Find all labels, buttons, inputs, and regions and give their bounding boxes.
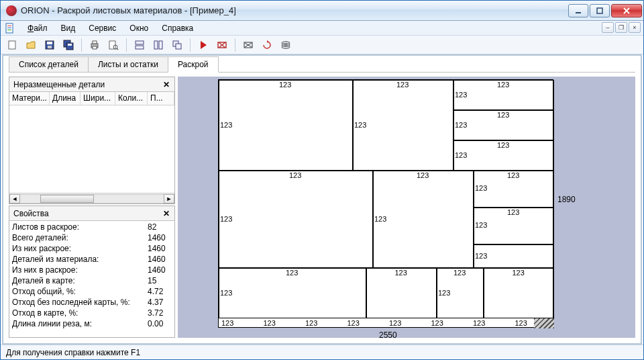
tab-strip: Список деталей Листы и остатки Раскрой <box>3 56 641 72</box>
svg-rect-26 <box>176 44 181 49</box>
col-material[interactable]: Матери... <box>9 92 50 105</box>
cascade-icon[interactable] <box>170 38 184 52</box>
client-area: Список деталей Листы и остатки Раскрой Н… <box>2 54 642 345</box>
tab-cutting[interactable]: Раскрой <box>168 56 219 73</box>
window-title: ORION - Раскрой листовых материалов - [П… <box>21 5 236 15</box>
piece-label-left: 123 <box>220 121 232 129</box>
layers-icon[interactable] <box>278 38 293 52</box>
scroll-thumb[interactable] <box>40 195 94 203</box>
app-window: ORION - Раскрой листовых материалов - [П… <box>0 0 644 360</box>
drawing-area[interactable]: 1231231231231231231231231231231231231231… <box>178 77 635 338</box>
piece-label-left: 123 <box>455 121 467 129</box>
scroll-track[interactable] <box>20 194 164 204</box>
refresh-icon[interactable] <box>260 38 274 52</box>
piece-label-top: 123 <box>497 111 509 119</box>
preview-icon[interactable] <box>106 38 121 52</box>
svg-line-20 <box>117 48 118 50</box>
piece-label-left: 123 <box>455 151 467 159</box>
svg-rect-11 <box>48 46 52 48</box>
svg-rect-5 <box>7 26 11 26</box>
scroll-right-icon[interactable]: ► <box>164 194 174 204</box>
rect-x-icon[interactable] <box>241 38 256 52</box>
prop-value: 0.00 <box>148 319 172 328</box>
svg-marker-27 <box>201 41 207 49</box>
panel-properties-close-icon[interactable]: ✕ <box>161 209 172 218</box>
piece-label-top: 123 <box>507 171 519 179</box>
piece-label-left: 123 <box>220 215 232 223</box>
piece-label-left: 123 <box>220 289 232 297</box>
piece-label-left: 123 <box>438 289 450 297</box>
content: Неразмещенные детали ✕ Матери... Длина Ш… <box>3 73 641 343</box>
saveall-icon[interactable] <box>61 38 76 52</box>
tab-sheets-remnants[interactable]: Листы и остатки <box>88 56 168 72</box>
mdi-close-button[interactable]: × <box>629 22 641 33</box>
grid-h-scroll[interactable]: ◄ ► <box>9 193 174 204</box>
new-icon[interactable] <box>5 38 19 52</box>
piece-label-left: 123 <box>475 252 487 260</box>
panel-unplaced-header: Неразмещенные детали ✕ <box>9 77 174 92</box>
prop-label: Всего деталей: <box>12 233 142 242</box>
prop-label: Из них в раскрое: <box>12 265 142 275</box>
piece-label-top: 123 <box>513 269 525 277</box>
menu-bar: Файл Вид Сервис Окно Справка – ❐ × <box>1 21 643 36</box>
minimize-button[interactable] <box>568 4 588 17</box>
cut-piece <box>353 80 453 171</box>
svg-rect-8 <box>9 41 15 49</box>
app-icon <box>6 5 17 16</box>
piece-label-left: 123 <box>354 121 366 129</box>
print-icon[interactable] <box>87 38 102 52</box>
prop-label: Отход в карте, %: <box>12 308 142 318</box>
tile-h-icon[interactable] <box>132 38 147 52</box>
maximize-button[interactable] <box>590 4 610 17</box>
stop-icon[interactable] <box>215 38 229 52</box>
mdi-restore-button[interactable]: ❐ <box>615 22 627 33</box>
piece-label-left: 123 <box>374 215 386 223</box>
piece-label-top: 123 <box>497 141 509 149</box>
save-icon[interactable] <box>42 38 57 52</box>
prop-label: Деталей в карте: <box>12 276 142 285</box>
prop-label: Длина линии реза, м: <box>12 319 142 328</box>
menu-file[interactable]: Файл <box>22 22 53 34</box>
sheet-width-label: 2550 <box>379 330 397 338</box>
col-length[interactable]: Длина <box>50 92 80 105</box>
open-icon[interactable] <box>23 38 38 52</box>
piece-label-top: 123 <box>395 269 407 277</box>
waste-area <box>534 318 554 328</box>
menu-service[interactable]: Сервис <box>83 22 121 34</box>
piece-label-top: 123 <box>396 81 409 89</box>
svg-rect-1 <box>597 8 602 13</box>
piece-label-left: 123 <box>455 91 467 99</box>
menu-window[interactable]: Окно <box>124 22 154 34</box>
tile-v-icon[interactable] <box>151 38 166 52</box>
menu-help[interactable]: Справка <box>156 22 199 34</box>
title-bar: ORION - Раскрой листовых материалов - [П… <box>1 1 643 21</box>
cut-piece <box>219 171 373 268</box>
piece-label-top: 123 <box>453 269 466 277</box>
run-icon[interactable] <box>196 38 211 52</box>
piece-label-top: 123 <box>289 171 301 179</box>
grid-body <box>9 105 174 193</box>
svg-rect-7 <box>7 30 11 30</box>
prop-value: 3.72 <box>148 308 172 318</box>
prop-value: 4.72 <box>148 287 172 296</box>
col-qty[interactable]: Коли... <box>115 92 148 105</box>
scroll-left-icon[interactable]: ◄ <box>9 194 20 204</box>
panel-unplaced-close-icon[interactable]: ✕ <box>161 80 172 89</box>
prop-label: Листов в раскрое: <box>12 222 142 232</box>
close-button[interactable] <box>611 4 642 17</box>
prop-value: 1460 <box>148 244 172 253</box>
col-last[interactable]: П... <box>148 92 174 105</box>
svg-rect-14 <box>68 44 72 46</box>
col-width[interactable]: Шири... <box>80 92 115 105</box>
bottom-tick-label: 123 <box>347 319 360 327</box>
piece-label-top: 123 <box>507 208 519 216</box>
svg-rect-24 <box>159 41 162 49</box>
prop-label: Из них раскрое: <box>12 244 142 253</box>
mdi-minimize-button[interactable]: – <box>602 22 614 33</box>
prop-label: Отход общий, %: <box>12 287 142 296</box>
bottom-tick-label: 123 <box>515 319 527 327</box>
bottom-tick-label: 123 <box>389 319 401 327</box>
tab-parts-list[interactable]: Список деталей <box>9 56 89 72</box>
menu-view[interactable]: Вид <box>56 22 81 34</box>
panel-properties-title: Свойства <box>13 209 49 218</box>
